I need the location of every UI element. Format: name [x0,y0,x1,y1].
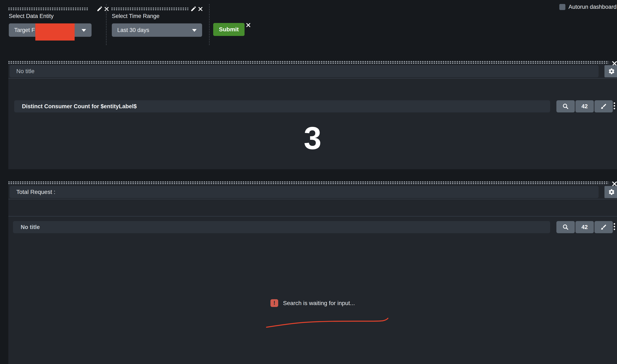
panel-drag-handle[interactable] [8,181,609,184]
search-status: ! Search is waiting for input... [8,299,617,307]
close-icon[interactable] [246,23,251,27]
pencil-icon[interactable] [190,6,197,12]
panel-header-divider [8,78,617,78]
viz-title-input[interactable]: No title [13,221,550,233]
paintbrush-icon[interactable] [594,100,613,112]
viz-type-single-value-button[interactable]: 42 [575,100,594,112]
viz-type-label: 42 [581,224,588,231]
fieldset-divider [209,4,210,46]
kebab-icon[interactable] [614,102,615,109]
panel-title: Total Request : [16,189,55,195]
panel-title-placeholder: No title [16,68,35,75]
panel-header-divider [8,199,617,199]
autorun-dashboard-control: Autorun dashboard [559,4,617,10]
submit-button[interactable]: Submit [213,23,245,36]
fieldset-divider [106,4,107,46]
time-range-dropdown[interactable]: Last 30 days [112,23,202,37]
single-value-result: 3 [8,122,617,154]
viz-edit-buttons: 42 [556,221,613,233]
viz-title-input[interactable]: Distinct Consumer Count for $entityLabel… [14,100,550,112]
paintbrush-icon[interactable] [594,221,613,233]
viz-type-label: 42 [581,103,588,110]
gear-icon[interactable] [604,65,617,77]
exclamation-icon: ! [270,299,278,307]
data-entity-value: Target F [14,27,35,33]
pencil-icon[interactable] [97,6,103,12]
data-entity-label: Select Data Entity [9,13,54,20]
gear-icon[interactable] [604,186,617,198]
time-range-label: Select Time Range [112,13,159,20]
time-range-fieldset: Select Time Range Last 30 days [111,0,202,13]
panel-body-divider [8,216,617,217]
dashboard-edit-page: { "header": { "autorun_label": "Autorun … [0,0,617,364]
search-icon[interactable] [556,221,575,233]
redaction-overlay [35,23,75,40]
chevron-down-icon [192,29,197,32]
input-drag-handle[interactable] [111,8,188,10]
search-icon[interactable] [556,100,575,112]
viz-title-placeholder: No title [21,224,40,231]
submit-label: Submit [219,26,239,33]
panel-title-input[interactable]: No title [10,65,599,77]
close-icon[interactable] [104,6,109,12]
autorun-label: Autorun dashboard [568,4,617,10]
viz-title: Distinct Consumer Count for $entityLabel… [22,103,137,110]
panel-distinct-consumer-count: No title Distinct Consumer Count for $en… [8,61,617,169]
viz-type-single-value-button[interactable]: 42 [575,221,594,233]
input-drag-handle[interactable] [8,8,88,10]
annotation-squiggle [265,317,389,329]
panel-title-input[interactable]: Total Request : [10,186,599,198]
panel-drag-handle[interactable] [8,61,609,64]
autorun-checkbox[interactable] [559,4,565,10]
close-icon[interactable] [198,6,203,12]
kebab-icon[interactable] [614,223,615,230]
time-range-value: Last 30 days [117,27,149,33]
data-entity-dropdown[interactable]: Target F [9,23,92,37]
status-message: Search is waiting for input... [283,300,355,307]
data-entity-fieldset: Select Data Entity Target F [8,0,91,13]
panel-total-request: Total Request : No title 42 ! Search is … [8,181,617,364]
chevron-down-icon [81,29,86,32]
viz-edit-buttons: 42 [556,100,613,112]
